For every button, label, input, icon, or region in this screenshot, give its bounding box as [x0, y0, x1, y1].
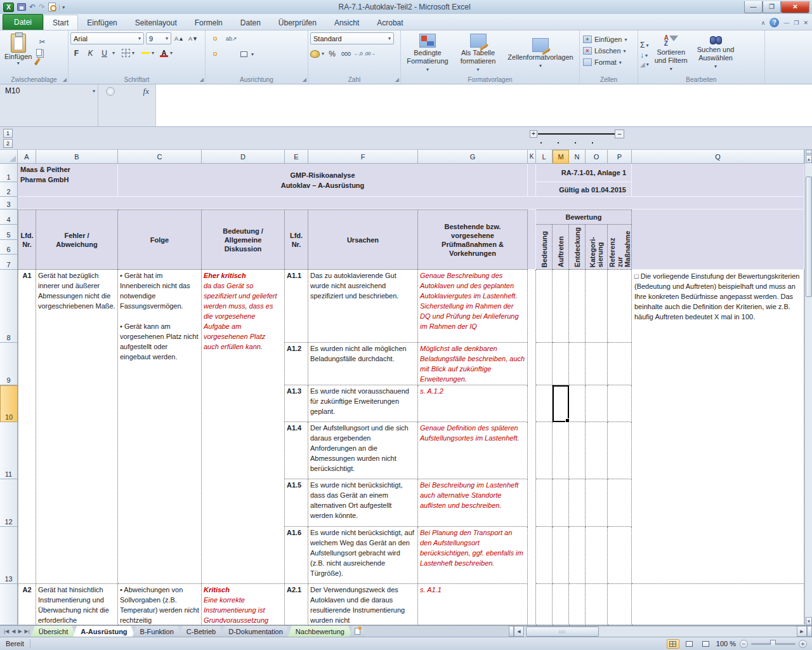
orientation-icon[interactable]: ab↗: [225, 32, 239, 44]
name-box[interactable]: M10 ▾: [0, 84, 98, 126]
scroll-down-icon[interactable]: ▼: [806, 617, 812, 625]
percent-style-icon[interactable]: %: [326, 48, 338, 60]
cell-A1.4-massnahme[interactable]: Genaue Definition des späteren Aufstellu…: [418, 422, 528, 479]
row-header-13[interactable]: 13: [0, 527, 18, 584]
cell-O11[interactable]: [586, 422, 608, 479]
tab-seitenlayout[interactable]: Seitenlayout: [126, 15, 186, 30]
horizontal-scroll-thumb[interactable]: ||||: [526, 627, 599, 637]
workbook-close-button[interactable]: ✕: [803, 20, 808, 26]
header-rot-auftreten[interactable]: Auftreten: [553, 225, 569, 270]
copy-icon[interactable]: [36, 49, 42, 56]
row-header-1[interactable]: 1: [0, 164, 18, 182]
cell-A2-fehler[interactable]: Gerät hat hinsichtlich Instrumentierung …: [36, 584, 118, 625]
save-icon[interactable]: [17, 3, 26, 11]
header-rot-entdeckung[interactable]: Entdeckung: [569, 225, 586, 270]
vertical-scroll-thumb[interactable]: [806, 176, 812, 297]
first-sheet-icon[interactable]: |◀: [4, 628, 9, 634]
cell-N13[interactable]: [569, 527, 586, 584]
cell-A2.1-ursache[interactable]: Der Verwendungszweck des Autoklaven und …: [308, 584, 418, 625]
row-header-7[interactable]: 7: [0, 255, 18, 270]
vertical-scrollbar[interactable]: ▲ ▼: [804, 150, 812, 625]
excel-logo-icon[interactable]: X: [3, 3, 14, 12]
header-rot-kategorisierung[interactable]: Kategori- sierung: [586, 225, 608, 270]
format-painter-icon[interactable]: [34, 57, 41, 65]
cell-L11[interactable]: [536, 422, 553, 479]
cell-N14[interactable]: [569, 584, 586, 625]
cell-M9[interactable]: [553, 343, 569, 385]
col-header-K[interactable]: K: [528, 150, 536, 164]
decrease-decimal-icon[interactable]: ,00→: [364, 51, 375, 56]
page-layout-view-button[interactable]: [683, 639, 696, 649]
fill-dropdown-icon[interactable]: ▾: [645, 53, 648, 58]
cell-spacer-K[interactable]: [528, 164, 536, 197]
col-header-D[interactable]: D: [202, 150, 285, 164]
cell-note[interactable]: □ Die vorliegende Einstufung der Bewertu…: [632, 270, 804, 584]
accounting-dropdown-icon[interactable]: ▾: [322, 51, 324, 56]
formula-options-button[interactable]: [106, 87, 115, 96]
cell-A1.6-ursache[interactable]: Es wurde nicht berücksichtigt, auf welch…: [308, 527, 418, 584]
row-header-3[interactable]: 3: [0, 197, 18, 209]
zoom-slider-thumb[interactable]: [770, 640, 776, 647]
cell-O13[interactable]: [586, 527, 608, 584]
minimize-ribbon-icon[interactable]: ∧: [761, 20, 766, 26]
col-header-P[interactable]: P: [608, 150, 632, 164]
cell-P12[interactable]: [608, 479, 632, 527]
cell-A1.1-massnahme[interactable]: Genaue Beschreibung des Autoklaven und d…: [418, 270, 528, 343]
prev-sheet-icon[interactable]: ◀: [11, 628, 15, 634]
header-rot-referenz[interactable]: Referenz zur Maßnahme: [608, 225, 632, 270]
col-header-C[interactable]: C: [118, 150, 202, 164]
print-preview-icon[interactable]: [48, 3, 56, 11]
tab-ueberpruefen[interactable]: Überprüfen: [270, 15, 325, 30]
wrap-text-icon[interactable]: [244, 37, 248, 41]
insert-cells-button[interactable]: + Einfügen ▾: [582, 35, 636, 44]
scroll-right-icon[interactable]: ▶: [797, 626, 807, 637]
cell-A1.5-ursache[interactable]: Es wurde nicht berücksichtigt, dass das …: [308, 479, 418, 527]
insert-cells-dropdown-icon[interactable]: ▾: [624, 37, 627, 43]
cell-A1.5-id[interactable]: A1.5: [285, 479, 308, 527]
cell-P11[interactable]: [608, 422, 632, 479]
header-rot-bedeutung[interactable]: Bedeutung: [536, 225, 553, 270]
tab-ansicht[interactable]: Ansicht: [325, 15, 368, 30]
format-as-table-button[interactable]: Als Tabelle formatieren ▾: [455, 32, 501, 75]
cell-P9[interactable]: [608, 343, 632, 385]
dialog-launcher-icon[interactable]: ◢: [63, 77, 67, 83]
comma-style-icon[interactable]: 000: [340, 48, 352, 60]
cell-L14[interactable]: [536, 584, 553, 625]
header-fehler[interactable]: Fehler / Abweichung: [36, 209, 118, 270]
cell-A1.3-id[interactable]: A1.3: [285, 385, 308, 422]
row-header-11[interactable]: 11: [0, 422, 18, 479]
help-icon[interactable]: ?: [769, 18, 779, 27]
header-lfd-nr-2[interactable]: Lfd. Nr.: [285, 209, 308, 270]
format-cells-button[interactable]: Format ▾: [582, 58, 636, 67]
cell-company[interactable]: Maas & Peither Pharma GmbH: [18, 164, 118, 197]
cell-O12[interactable]: [586, 479, 608, 527]
col-header-L[interactable]: L: [536, 150, 553, 164]
cell-P10[interactable]: [608, 385, 632, 422]
font-size-dropdown-icon[interactable]: ▾: [166, 36, 168, 41]
decrease-indent-icon[interactable]: [225, 52, 228, 56]
scroll-left-icon[interactable]: ◀: [514, 626, 524, 637]
horizontal-scrollbar[interactable]: ||||: [524, 626, 797, 637]
font-color-dropdown-icon[interactable]: ▾: [170, 50, 173, 56]
col-header-Q[interactable]: Q: [632, 150, 804, 164]
delete-cells-button[interactable]: × Löschen ▾: [582, 46, 636, 55]
row-header-6[interactable]: 6: [0, 240, 18, 255]
row-header-14[interactable]: [0, 584, 18, 625]
borders-dropdown-icon[interactable]: ▾: [132, 50, 134, 56]
format-cells-dropdown-icon[interactable]: ▾: [619, 60, 622, 65]
tab-datei[interactable]: Datei: [3, 14, 43, 30]
tab-daten[interactable]: Daten: [232, 15, 270, 30]
row-header-2[interactable]: 2: [0, 182, 18, 197]
cell-L8[interactable]: [536, 270, 553, 343]
underline-dropdown-icon[interactable]: ▾: [112, 50, 115, 56]
cell-A1-folge[interactable]: • Gerät hat im Innenbereich nicht das no…: [118, 270, 202, 584]
sort-filter-button[interactable]: AZ Sortieren und Filtern ▾: [651, 32, 691, 74]
font-size-select[interactable]: 9 ▾: [146, 32, 171, 44]
cell-A1.1-ursache[interactable]: Das zu autoklavierende Gut wurde nicht a…: [308, 270, 418, 343]
sort-filter-dropdown-icon[interactable]: ▾: [670, 65, 672, 73]
name-box-dropdown-icon[interactable]: ▾: [93, 88, 95, 94]
sheet-tab-a-ausruestung[interactable]: A-Ausrüstung: [73, 626, 134, 637]
cell-A1.1-id[interactable]: A1.1: [285, 270, 308, 343]
header-ursachen[interactable]: Ursachen: [308, 209, 418, 270]
cell-L13[interactable]: [536, 527, 553, 584]
